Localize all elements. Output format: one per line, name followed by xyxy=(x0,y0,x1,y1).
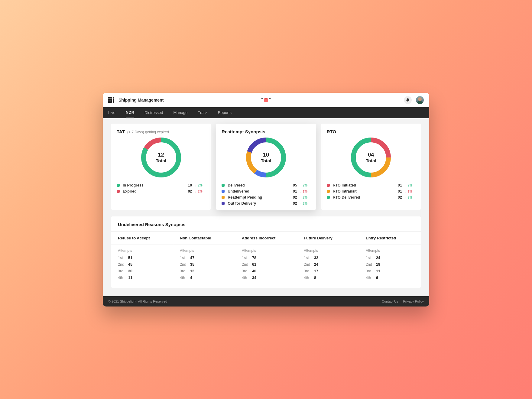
legend-row: Out for Delivery 02 ↑ 2% xyxy=(222,201,310,206)
attempt-value: 6 xyxy=(376,276,378,280)
attempt-value: 30 xyxy=(128,269,132,273)
attempt-row: 3rd 12 xyxy=(180,269,228,273)
legend-dot xyxy=(222,196,225,199)
trend-up-icon: ↑ 2% xyxy=(405,196,415,199)
attempt-row: 4th 11 xyxy=(118,276,166,280)
trend-up-icon: ↑ 2% xyxy=(300,202,310,205)
donut-value: 04 xyxy=(368,152,374,158)
nav-item-ndr[interactable]: NDR xyxy=(126,107,134,118)
nav-item-reports[interactable]: Reports xyxy=(218,107,232,118)
synopsis-title: Undelivered Reasons Synopsis xyxy=(111,222,421,231)
attempt-value: 8 xyxy=(314,276,316,280)
attempt-row: 2nd 35 xyxy=(180,262,228,267)
nav-item-live[interactable]: Live xyxy=(108,107,115,118)
attempt-row: 4th 6 xyxy=(366,276,414,280)
attempt-value: 45 xyxy=(128,262,132,267)
attempt-ordinal: 1st xyxy=(304,256,314,260)
legend-dot xyxy=(222,202,225,205)
attempt-ordinal: 3rd xyxy=(180,269,190,273)
legend-dot xyxy=(222,184,225,187)
attempt-ordinal: 4th xyxy=(118,276,128,280)
legend-row: Delivered 05 ↑ 2% xyxy=(222,183,310,187)
attempts-label: Attempts xyxy=(118,248,166,253)
attempt-value: 4 xyxy=(190,276,192,280)
topbar: Shipping Management xyxy=(103,93,429,107)
attempt-value: 61 xyxy=(252,262,256,267)
card-rto: RTO 04 Total RTO Initiated 01 ↑ 2% RTO I… xyxy=(321,124,421,210)
notifications-icon[interactable] xyxy=(404,96,412,104)
legend-label: Delivered xyxy=(228,183,290,187)
nav-item-distressed[interactable]: Distressed xyxy=(144,107,163,118)
nav-item-manage[interactable]: Manage xyxy=(173,107,187,118)
avatar[interactable] xyxy=(416,96,424,104)
donut-chart: 04 Total xyxy=(351,137,391,178)
card-title: Reattempt Synopsis xyxy=(222,129,265,134)
attempt-row: 2nd 24 xyxy=(304,262,352,267)
attempt-ordinal: 2nd xyxy=(242,262,252,267)
attempt-ordinal: 4th xyxy=(304,276,314,280)
content-area: TAT (> 7 Days) getting expired 12 Total … xyxy=(103,118,429,296)
attempt-ordinal: 3rd xyxy=(304,269,314,273)
attempt-row: 4th 34 xyxy=(242,276,290,280)
synopsis-col-title: Entry Restricted xyxy=(359,232,421,245)
attempt-value: 78 xyxy=(252,256,256,260)
legend-value: 01 xyxy=(395,189,402,193)
nav-item-track[interactable]: Track xyxy=(198,107,207,118)
donut-chart: 10 Total xyxy=(246,137,286,178)
trend-up-icon: ↑ 2% xyxy=(405,183,415,187)
legend-label: RTO Intransit xyxy=(333,189,395,193)
attempts-label: Attempts xyxy=(242,248,290,253)
card-reattempt-synopsis: Reattempt Synopsis 10 Total Delivered 05… xyxy=(216,124,316,210)
legend-dot xyxy=(327,184,330,187)
legend-row: Undelivered 01 ↓ 1% xyxy=(222,189,310,193)
attempt-ordinal: 3rd xyxy=(366,269,376,273)
brand-logo xyxy=(261,96,271,104)
donut-value: 12 xyxy=(158,152,164,158)
legend-row: Reattempt Pending 02 ↑ 2% xyxy=(222,195,310,199)
legend-row: RTO Intransit 01 ↓ 1% xyxy=(327,189,415,193)
synopsis-col-title: Future Delivery xyxy=(297,232,359,245)
attempt-row: 2nd 61 xyxy=(242,262,290,267)
app-window: Shipping Management LiveNDRDistressedMan… xyxy=(103,93,429,307)
legend-label: Reattempt Pending xyxy=(228,195,290,199)
attempt-ordinal: 2nd xyxy=(304,262,314,267)
attempt-ordinal: 3rd xyxy=(242,269,252,273)
legend-label: RTO Deliverred xyxy=(333,195,395,199)
legend-dot xyxy=(327,190,330,193)
synopsis-column: Refuse to Accept Attempts 1st 51 2nd 45 … xyxy=(111,232,173,288)
donut-value: 10 xyxy=(263,152,269,158)
attempts-label: Attempts xyxy=(304,248,352,253)
attempt-value: 24 xyxy=(376,256,380,260)
synopsis-col-title: Address Incorrect xyxy=(235,232,297,245)
attempt-value: 40 xyxy=(252,269,256,273)
attempt-row: 4th 8 xyxy=(304,276,352,280)
attempt-row: 1st 47 xyxy=(180,256,228,260)
apps-grid-icon[interactable] xyxy=(108,97,114,103)
trend-up-icon: ↑ 2% xyxy=(300,196,310,199)
legend-label: Undelivered xyxy=(228,189,290,193)
synopsis-col-title: Non Contactable xyxy=(173,232,235,245)
attempt-row: 4th 4 xyxy=(180,276,228,280)
donut-label: Total xyxy=(366,158,376,163)
undelivered-synopsis: Undelivered Reasons Synopsis Refuse to A… xyxy=(111,216,421,288)
legend-value: 01 xyxy=(290,189,297,193)
attempt-ordinal: 4th xyxy=(366,276,376,280)
attempt-row: 3rd 30 xyxy=(118,269,166,273)
donut-chart: 12 Total xyxy=(141,137,181,178)
attempts-label: Attempts xyxy=(180,248,228,253)
synopsis-column: Non Contactable Attempts 1st 47 2nd 35 3… xyxy=(173,232,235,288)
footer-link-privacy-policy[interactable]: Privacy Policy xyxy=(403,300,424,303)
attempt-ordinal: 3rd xyxy=(118,269,128,273)
legend-row: Expired 02 ↓ 1% xyxy=(117,189,205,193)
legend-label: Expired xyxy=(123,189,185,193)
legend-value: 10 xyxy=(185,183,192,187)
donut-label: Total xyxy=(261,158,271,163)
donut-label: Total xyxy=(156,158,166,163)
card-title: TAT xyxy=(117,129,125,134)
legend-label: RTO Initiated xyxy=(333,183,395,187)
attempt-value: 35 xyxy=(190,262,194,267)
attempt-value: 11 xyxy=(128,276,132,280)
footer-link-contact-us[interactable]: Contact Us xyxy=(382,300,398,303)
attempt-value: 47 xyxy=(190,256,194,260)
attempt-ordinal: 2nd xyxy=(366,262,376,267)
